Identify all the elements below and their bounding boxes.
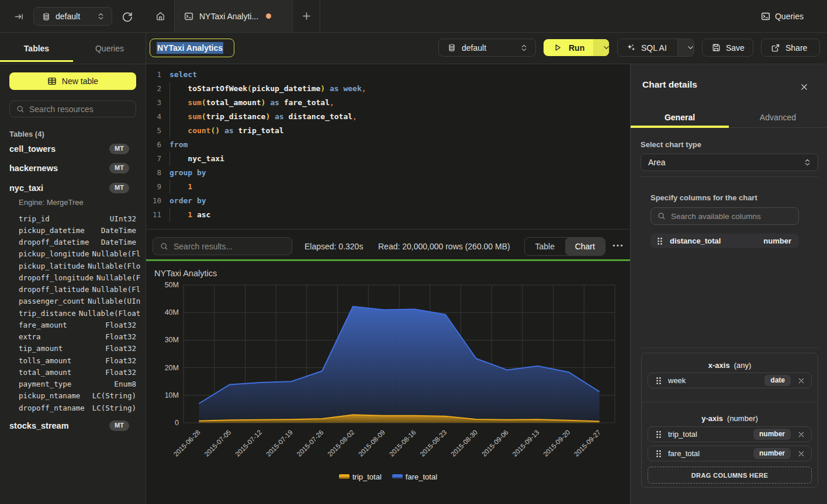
column-row-dropoff_ntaname[interactable]: dropoff_ntaname LC(String) xyxy=(19,402,136,413)
svg-text:2015-09-27: 2015-09-27 xyxy=(573,429,602,458)
panel-tab-advanced[interactable]: Advanced xyxy=(729,99,827,128)
axis-item-trip_total[interactable]: trip_total number xyxy=(648,426,812,442)
chart-type-select[interactable]: Area xyxy=(641,154,818,171)
refresh-icon[interactable] xyxy=(120,10,133,23)
axis-item-week[interactable]: week date xyxy=(648,373,812,388)
table-row-nyc_taxi[interactable]: nyc_taxi MT xyxy=(9,182,136,194)
svg-text:2015-06-28: 2015-06-28 xyxy=(172,429,202,458)
search-icon xyxy=(160,242,168,251)
column-row-payment_type[interactable]: payment_type Enum8 xyxy=(19,378,136,390)
line-number: 1 xyxy=(146,68,161,82)
column-row-trip_id[interactable]: trip_id UInt32 xyxy=(19,213,136,224)
y-axis-title: y-axis xyxy=(701,414,723,423)
column-row-trip_distance[interactable]: trip_distance Nullable(Float xyxy=(19,307,136,319)
chevron-up-down-icon xyxy=(97,12,105,20)
remove-icon[interactable] xyxy=(796,429,807,440)
results-more-icon[interactable] xyxy=(611,238,625,252)
editor-line-5[interactable]: 5 count() as trip_total xyxy=(146,124,630,138)
view-toggle-table[interactable]: Table xyxy=(525,238,565,255)
svg-text:2015-08-23: 2015-08-23 xyxy=(418,429,448,458)
legend-item-trip_total[interactable]: trip_total xyxy=(339,472,382,481)
column-name: dropoff_datetime xyxy=(19,238,89,246)
sidebar-tab-tables[interactable]: Tables xyxy=(0,33,73,64)
sql-ai-button[interactable]: SQL AI xyxy=(617,39,694,57)
sidebar-tab-queries[interactable]: Queries xyxy=(73,33,146,64)
query-title-selected-text: NYTaxi Analytics xyxy=(157,42,223,54)
column-row-pickup_ntaname[interactable]: pickup_ntaname LC(String) xyxy=(19,390,136,402)
code-text: from xyxy=(169,138,188,152)
tab-strip: NYTaxi Analyti... xyxy=(146,0,827,32)
new-tab-button[interactable] xyxy=(293,0,320,32)
column-row-tolls_amount[interactable]: tolls_amount Float32 xyxy=(19,354,136,366)
database-selector-top-value: default xyxy=(56,12,80,21)
svg-text:30M: 30M xyxy=(165,336,179,344)
save-button[interactable]: Save xyxy=(702,39,753,57)
database-selector-top[interactable]: default xyxy=(33,7,112,26)
column-row-tip_amount[interactable]: tip_amount Float32 xyxy=(19,343,136,354)
editor-line-2[interactable]: 2 toStartOfWeek(pickup_datetime) as week… xyxy=(146,82,630,96)
column-row-pickup_datetime[interactable]: pickup_datetime DateTime xyxy=(19,224,136,236)
view-toggle-chart[interactable]: Chart xyxy=(565,238,605,255)
column-name: fare_amount xyxy=(19,321,67,329)
sql-editor[interactable]: 1 select 2 toStartOfWeek(pickup_datetime… xyxy=(146,64,630,230)
column-row-pickup_longitude[interactable]: pickup_longitude Nullable(Fl xyxy=(19,248,136,260)
sidebar-search-input[interactable]: Search resources xyxy=(9,100,136,117)
axis-item-fare_total[interactable]: fare_total number xyxy=(648,446,812,461)
engine-badge: MT xyxy=(109,144,129,154)
database-selector-query[interactable]: default xyxy=(438,39,536,57)
run-button[interactable]: Run xyxy=(544,39,609,56)
collapse-sidebar-icon[interactable] xyxy=(13,11,25,22)
table-row-hackernews[interactable]: hackernews MT xyxy=(9,162,136,175)
column-row-dropoff_datetime[interactable]: dropoff_datetime DateTime xyxy=(19,237,136,248)
query-title-input[interactable]: NYTaxi Analytics xyxy=(150,39,234,57)
close-icon[interactable] xyxy=(798,81,810,93)
editor-line-4[interactable]: 4 sum(trip_distance) as distance_total, xyxy=(146,110,630,124)
columns-section-label: Specify columns for the chart xyxy=(650,193,757,202)
editor-line-6[interactable]: 6 from xyxy=(146,138,630,152)
run-options-caret[interactable] xyxy=(593,39,609,56)
editor-line-11[interactable]: 11 1 asc xyxy=(146,208,630,222)
editor-line-1[interactable]: 1 select xyxy=(146,68,630,82)
editor-line-9[interactable]: 9 1 xyxy=(146,180,630,194)
share-button[interactable]: Share xyxy=(761,39,820,57)
editor-line-7[interactable]: 7 nyc_taxi xyxy=(146,152,630,166)
editor-line-10[interactable]: 10 order by xyxy=(146,194,630,208)
new-table-button[interactable]: New table xyxy=(9,72,136,90)
queries-button[interactable]: Queries xyxy=(761,10,804,23)
column-row-extra[interactable]: extra Float32 xyxy=(19,331,136,343)
column-row-dropoff_latitude[interactable]: dropoff_latitude Nullable(Fl xyxy=(19,284,136,296)
code-text: order by xyxy=(169,194,206,208)
column-name: passenger_count xyxy=(19,297,85,305)
drop-zone[interactable]: DRAG COLUMNS HERE xyxy=(648,467,812,484)
table-name: stocks_stream xyxy=(9,421,69,430)
line-number: 8 xyxy=(146,166,161,180)
column-row-pickup_latitude[interactable]: pickup_latitude Nullable(Flo xyxy=(19,260,136,272)
column-row-dropoff_longitude[interactable]: dropoff_longitude Nullable(F xyxy=(19,272,136,283)
remove-icon[interactable] xyxy=(796,449,807,459)
area-chart[interactable]: 010M20M30M40M50M2015-06-282015-07-052015… xyxy=(146,261,630,504)
top-bar: default NYTaxi Analyti... Queries xyxy=(0,0,827,33)
available-column-distance_total[interactable]: distance_total number xyxy=(650,234,799,248)
axis-item-type-badge: number xyxy=(753,429,791,440)
table-row-stocks_stream[interactable]: stocks_stream MT xyxy=(9,419,136,432)
results-search-input[interactable]: Search results... xyxy=(153,237,292,255)
legend-item-fare_total[interactable]: fare_total xyxy=(392,472,437,481)
tab-nytaxi-analytics[interactable]: NYTaxi Analyti... xyxy=(175,0,292,32)
column-row-total_amount[interactable]: total_amount Float32 xyxy=(19,366,136,378)
column-row-fare_amount[interactable]: fare_amount Float32 xyxy=(19,319,136,331)
home-tab[interactable] xyxy=(146,0,174,32)
svg-text:2015-09-06: 2015-09-06 xyxy=(480,429,510,458)
save-button-label: Save xyxy=(726,43,745,53)
column-row-passenger_count[interactable]: passenger_count Nullable(UIn xyxy=(19,296,136,307)
sql-ai-caret[interactable] xyxy=(677,39,694,57)
columns-search-input[interactable]: Search available columns xyxy=(650,207,799,225)
table-row-cell_towers[interactable]: cell_towers MT xyxy=(9,142,136,155)
results-toolbar: Search results... Elapsed: 0.320s Read: … xyxy=(146,230,630,259)
column-type: Enum8 xyxy=(111,380,136,388)
editor-line-8[interactable]: 8 group by xyxy=(146,166,630,180)
panel-tab-general[interactable]: General xyxy=(631,99,729,128)
editor-line-3[interactable]: 3 sum(total_amount) as fare_total, xyxy=(146,96,630,110)
code-text: nyc_taxi xyxy=(169,152,224,166)
remove-icon[interactable] xyxy=(796,376,807,386)
available-columns-list: distance_total number xyxy=(650,234,799,248)
